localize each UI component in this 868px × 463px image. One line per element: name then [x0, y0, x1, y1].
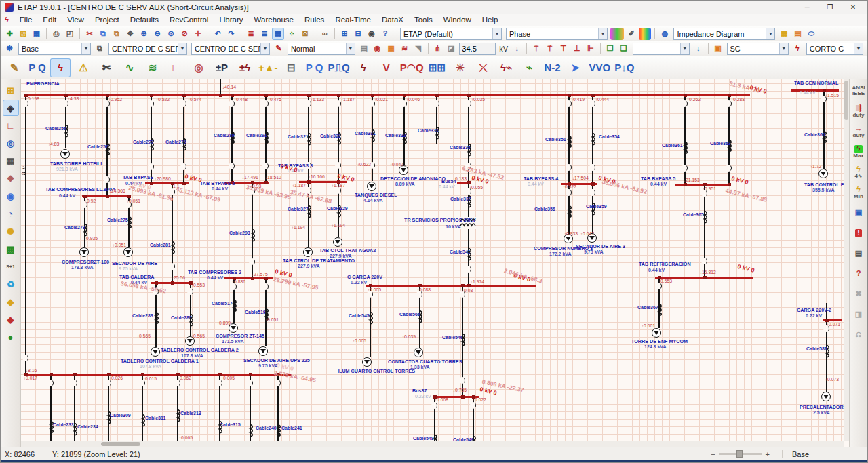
- cable-label[interactable]: Cable327: [288, 207, 309, 212]
- comment-bubble-icon[interactable]: ⬭: [805, 28, 817, 40]
- breaker-icon[interactable]: [589, 164, 595, 171]
- battery-sizing-mode-icon[interactable]: +▲-: [258, 58, 279, 77]
- metering-gauge-icon[interactable]: ◔: [3, 205, 19, 222]
- cable-label[interactable]: Cable329: [327, 206, 348, 212]
- breaker-icon[interactable]: [431, 402, 437, 409]
- load-symbol[interactable]: [123, 247, 133, 257]
- breaker-icon[interactable]: [169, 263, 175, 270]
- breaker-icon[interactable]: [566, 164, 572, 171]
- breaker-icon[interactable]: [229, 163, 235, 169]
- sc-max-icon[interactable]: ϟMax: [850, 142, 867, 161]
- sc-duty-1ph-icon[interactable]: →duty: [850, 122, 867, 141]
- menu-view[interactable]: View: [62, 16, 90, 24]
- study-case-name-combo[interactable]: CORTO C▼: [806, 43, 863, 55]
- ground-short-circuit-mode-icon[interactable]: ϟ: [353, 58, 374, 77]
- eraser-icon[interactable]: ◪: [445, 43, 457, 55]
- redo-icon[interactable]: ↷: [225, 28, 237, 40]
- load-symbol[interactable]: [60, 149, 70, 159]
- close-button[interactable]: ✕: [842, 1, 865, 13]
- menu-datax[interactable]: DataX: [376, 16, 409, 24]
- cable-label[interactable]: Cable337: [450, 197, 471, 202]
- cable-label[interactable]: Cable354: [599, 134, 620, 140]
- copy-icon[interactable]: ⧉: [97, 28, 109, 40]
- datablock-orange-icon[interactable]: ▦: [385, 43, 397, 55]
- cable-label[interactable]: Cable257: [87, 144, 108, 150]
- menu-real-time[interactable]: Real-Time: [330, 16, 376, 24]
- star-coordination-mode-icon[interactable]: ∟: [165, 58, 186, 77]
- cable-label[interactable]: Cable240: [256, 426, 277, 431]
- revision-combo[interactable]: Base▼: [18, 43, 91, 55]
- configuration-combo[interactable]: Normal▼: [288, 43, 355, 55]
- print-preview-icon[interactable]: ◰: [64, 28, 76, 40]
- cable-label[interactable]: Cable359: [586, 204, 607, 209]
- breaker-icon[interactable]: [459, 377, 465, 384]
- study-mode-combo[interactable]: SC▼: [727, 43, 789, 55]
- cable-impedance-icon[interactable]: [566, 205, 572, 219]
- composite-network-icon[interactable]: ◆: [3, 294, 19, 310]
- text-report-icon[interactable]: ≣: [258, 28, 271, 40]
- get-template-icon[interactable]: ⎌: [850, 325, 867, 344]
- zoom-out-icon[interactable]: ⊖: [151, 28, 163, 40]
- zoom-previous-icon[interactable]: ⊘: [178, 28, 191, 40]
- report-manager-icon-icon[interactable]: ▤: [791, 28, 804, 40]
- halt-analysis-icon[interactable]: ✖: [850, 285, 867, 304]
- cable-label[interactable]: Cable367: [637, 305, 658, 310]
- arc-flash-mode-icon[interactable]: ⚠: [73, 58, 94, 77]
- breaker-icon[interactable]: [180, 100, 186, 107]
- menu-defaults[interactable]: Defaults: [125, 16, 164, 24]
- cable-label[interactable]: Cable363: [710, 141, 731, 146]
- cable-label[interactable]: Cable335: [450, 145, 471, 150]
- breaker-icon[interactable]: [656, 283, 662, 289]
- cable-label[interactable]: Cable322: [320, 134, 341, 139]
- cable-label[interactable]: Cable309: [110, 413, 131, 418]
- bus-bar[interactable]: [366, 285, 536, 287]
- menu-edit[interactable]: Edit: [37, 16, 62, 24]
- composite-generator-icon[interactable]: ●: [3, 329, 19, 345]
- load-symbol[interactable]: [818, 169, 828, 178]
- find-icon[interactable]: ◉: [366, 28, 378, 40]
- cable-label[interactable]: Cable332: [385, 133, 406, 138]
- cable-impedance-icon[interactable]: [153, 312, 159, 325]
- help-icon[interactable]: ?: [379, 28, 391, 40]
- breaker-icon[interactable]: [148, 100, 154, 107]
- cable-label[interactable]: Cable255: [45, 126, 66, 132]
- chevron-down-icon[interactable]: ▼: [779, 43, 788, 54]
- etrax-rail-mode-icon[interactable]: ➤: [566, 58, 586, 77]
- demand-gauge-mode-icon[interactable]: P↓Q: [614, 58, 635, 77]
- display-options-icon[interactable]: ▣: [850, 203, 867, 222]
- config-pen-icon[interactable]: ✎: [273, 43, 285, 55]
- breaker-icon[interactable]: [262, 283, 269, 290]
- breaker-icon[interactable]: [180, 163, 186, 170]
- system-menu-lightning-icon[interactable]: ϟ: [5, 16, 9, 24]
- breaker-icon[interactable]: [105, 380, 111, 386]
- bus-bar[interactable]: [25, 94, 750, 96]
- pin-side-icon[interactable]: ⊩: [585, 43, 597, 55]
- library-book-2-icon[interactable]: ❏: [618, 43, 630, 55]
- dc-load-flow-mode-icon[interactable]: ±P: [212, 58, 232, 77]
- cable-label[interactable]: Cable291: [246, 133, 267, 138]
- zoom-window-icon[interactable]: ⊙: [165, 28, 177, 40]
- load-symbol[interactable]: [258, 346, 268, 356]
- star-sequence-mode-icon[interactable]: ✄: [96, 58, 117, 77]
- theme-rainbow-icon[interactable]: ◧: [639, 28, 651, 40]
- cable-impedance-icon[interactable]: [566, 136, 572, 149]
- get-online-data-icon[interactable]: ◨: [850, 305, 867, 324]
- breaker-icon[interactable]: [275, 380, 281, 386]
- breaker-icon[interactable]: [465, 266, 471, 273]
- cable-label[interactable]: Cable541: [450, 249, 471, 255]
- harmonic-mode-icon[interactable]: ≋: [142, 58, 163, 77]
- run-down-icon[interactable]: ↓: [692, 43, 705, 55]
- menu-tools[interactable]: Tools: [409, 16, 438, 24]
- cable-label[interactable]: Cable241: [281, 426, 302, 431]
- load-symbol[interactable]: [414, 348, 423, 357]
- chevron-down-icon[interactable]: ▼: [854, 43, 863, 54]
- breaker-icon[interactable]: [104, 176, 110, 183]
- sc-duty-icon[interactable]: ⇶duty: [850, 102, 867, 121]
- cable-label[interactable]: Cable273: [64, 225, 85, 230]
- composite-motor-icon[interactable]: ◆: [3, 311, 19, 327]
- breaker-icon[interactable]: [249, 258, 255, 265]
- paste-icon[interactable]: ⧉: [111, 28, 123, 40]
- breaker-icon[interactable]: [726, 165, 732, 172]
- one-line-diagram-icon[interactable]: ◈: [3, 100, 19, 116]
- oneline-combo-1[interactable]: CENTRO DE C SERV▼: [108, 43, 187, 55]
